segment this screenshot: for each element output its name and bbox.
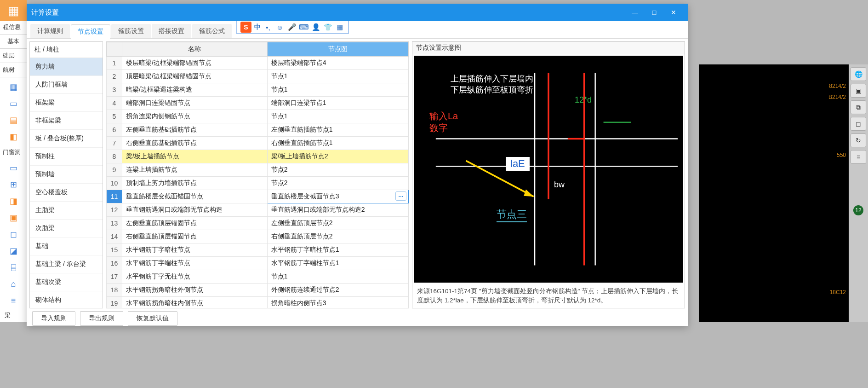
orange-icon[interactable]: ◧ — [8, 132, 18, 142]
row-node-value[interactable]: 垂直筋遇洞口或端部无节点构造2 — [267, 203, 408, 217]
row-node-value[interactable]: 节点1 — [267, 110, 408, 123]
col-name[interactable]: 名称 — [122, 42, 268, 57]
category-item[interactable]: 砌体结构 — [30, 291, 103, 308]
row-node-value[interactable]: 右侧垂直筋顶层节点2 — [267, 230, 408, 243]
row-node-value[interactable]: 拐角暗柱内侧节点3 — [267, 297, 408, 309]
row-node-value[interactable]: 垂直筋楼层变截面节点3··· — [267, 190, 408, 203]
table-row[interactable]: 12垂直钢筋遇洞口或端部无节点构造垂直筋遇洞口或端部无节点构造2 — [107, 203, 409, 217]
table-row[interactable]: 6左侧垂直筋基础插筋节点左侧垂直筋插筋节点1 — [107, 123, 409, 137]
category-item[interactable]: 非框架梁 — [30, 112, 103, 130]
grid-icon[interactable]: ▦ — [8, 82, 18, 92]
ime-lang[interactable]: 中 — [254, 23, 261, 31]
row-node-value[interactable]: 外侧钢筋连续通过节点2 — [267, 284, 408, 297]
refresh-tool-icon[interactable]: ↻ — [851, 133, 866, 147]
table-row[interactable]: 4端部洞口连梁锚固节点端部洞口连梁节点1 — [107, 97, 409, 110]
close-button[interactable]: ✕ — [664, 6, 683, 19]
dialog-titlebar[interactable]: 计算设置 — □ ✕ — [27, 4, 688, 21]
table-row[interactable]: 8梁/板上墙插筋节点梁/板上墙插筋节点2 — [107, 150, 409, 163]
cube-tool-icon[interactable]: ▣ — [851, 84, 866, 98]
skin-icon[interactable]: 👕 — [323, 23, 332, 32]
table-row[interactable]: 9连梁上墙插筋节点节点2 — [107, 163, 409, 177]
box-icon[interactable]: ▭ — [8, 98, 18, 109]
import-rules-button[interactable]: 导入规则 — [32, 311, 75, 326]
table-row[interactable]: 13左侧垂直筋顶层锚固节点左侧垂直筋顶层节点2 — [107, 217, 409, 230]
ime-toolbar[interactable]: S 中 •, ☺ 🎤 ⌨ 👤 👕 ▦ — [236, 21, 349, 34]
row-node-value[interactable]: 左侧垂直筋顶层节点2 — [267, 217, 408, 230]
row-node-value[interactable]: 右侧垂直筋插筋节点1 — [267, 137, 408, 150]
category-item[interactable]: 剪力墙 — [30, 58, 103, 76]
category-item[interactable]: 基础次梁 — [30, 273, 103, 291]
category-item[interactable]: 预制墙 — [30, 166, 103, 184]
col-node-diagram[interactable]: 节点图 — [267, 42, 408, 57]
tab-calc-rules[interactable]: 计算规则 — [30, 24, 70, 38]
category-item[interactable]: 预制柱 — [30, 148, 103, 166]
punct-icon[interactable]: •, — [263, 23, 273, 32]
node-table-wrap[interactable]: 名称 节点图 1楼层暗梁/边框梁端部锚固节点楼层暗梁端部节点42顶层暗梁/边框梁… — [106, 41, 409, 308]
reset-defaults-button[interactable]: 恢复默认值 — [128, 311, 177, 326]
table-row[interactable]: 2顶层暗梁/边框梁端部锚固节点节点1 — [107, 70, 409, 83]
home-icon[interactable]: ⌂ — [8, 279, 18, 289]
category-item[interactable]: 板 / 叠合板(整厚) — [30, 130, 103, 148]
table-row[interactable]: 16水平钢筋丁字端柱节点水平钢筋丁字端柱节点1 — [107, 257, 409, 270]
keyboard-icon[interactable]: ⌨ — [299, 23, 308, 32]
table-row[interactable]: 19水平钢筋拐角暗柱内侧节点拐角暗柱内侧节点3 — [107, 297, 409, 309]
globe-tool-icon[interactable]: 🌐 — [851, 67, 866, 81]
app-icon[interactable]: ▦ — [0, 0, 27, 21]
row-node-value[interactable]: 节点1 — [267, 70, 408, 83]
row-node-value[interactable]: 楼层暗梁端部节点4 — [267, 57, 408, 70]
panel-icon[interactable]: ▤ — [8, 115, 18, 125]
table-row[interactable]: 18水平钢筋拐角暗柱外侧节点外侧钢筋连续通过节点2 — [107, 284, 409, 297]
table-row[interactable]: 17水平钢筋丁字无柱节点节点1 — [107, 270, 409, 284]
table-row[interactable]: 10预制墙上剪力墙插筋节点节点2 — [107, 177, 409, 190]
tab-stirrup-formula[interactable]: 箍筋公式 — [192, 24, 232, 38]
row-node-value[interactable]: 节点1 — [267, 83, 408, 97]
rect-icon[interactable]: ▭ — [8, 163, 18, 173]
tab-node-settings[interactable]: 节点设置 — [71, 24, 110, 39]
lae-input-box[interactable]: laE — [506, 157, 530, 171]
table-row[interactable]: 5拐角连梁内侧钢筋节点节点1 — [107, 110, 409, 123]
category-item[interactable]: 基础 — [30, 237, 103, 255]
maximize-button[interactable]: □ — [645, 6, 664, 19]
category-item[interactable]: 人防门框墙 — [30, 76, 103, 94]
row-node-value[interactable]: 左侧垂直筋插筋节点1 — [267, 123, 408, 137]
user-icon[interactable]: 👤 — [311, 23, 320, 32]
tab-lap-settings[interactable]: 搭接设置 — [152, 24, 191, 38]
row-node-value[interactable]: 水平钢筋丁字暗柱节点1 — [267, 243, 408, 257]
row-node-value[interactable]: 节点2 — [267, 177, 408, 190]
apps-icon[interactable]: ▦ — [335, 23, 344, 32]
table-row[interactable]: 7右侧垂直筋基础插筋节点右侧垂直筋插筋节点1 — [107, 137, 409, 150]
category-item[interactable]: 基础主梁 / 承台梁 — [30, 255, 103, 273]
category-item[interactable]: 主肋梁 — [30, 202, 103, 220]
row-node-value[interactable]: 端部洞口连梁节点1 — [267, 97, 408, 110]
box2-icon[interactable]: ◻ — [8, 229, 18, 239]
ellipsis-button[interactable]: ··· — [395, 191, 406, 201]
stair-icon[interactable]: ⌸ — [8, 262, 18, 272]
mic-icon[interactable]: 🎤 — [287, 23, 297, 32]
category-list[interactable]: 柱 / 墙柱 剪力墙人防门框墙框架梁非框架梁板 / 叠合板(整厚)预制柱预制墙空… — [29, 41, 103, 308]
row-node-value[interactable]: 梁/板上墙插筋节点2 — [267, 150, 408, 163]
copy-tool-icon[interactable]: ⧉ — [851, 100, 866, 114]
row-node-value[interactable]: 节点2 — [267, 163, 408, 177]
sogou-icon[interactable]: S — [240, 22, 251, 33]
table-icon[interactable]: ⊞ — [8, 180, 18, 190]
category-item[interactable]: 次肋梁 — [30, 220, 103, 237]
slider-tool-icon[interactable]: ≡ — [851, 150, 866, 164]
table-row[interactable]: 3暗梁/边框梁遇连梁构造节点1 — [107, 83, 409, 97]
slash-icon[interactable]: ◪ — [8, 246, 18, 256]
category-item[interactable]: 框架梁 — [30, 94, 103, 112]
export-rules-button[interactable]: 导出规则 — [80, 311, 123, 326]
table-row[interactable]: 14右侧垂直筋顶层锚固节点右侧垂直筋顶层节点2 — [107, 230, 409, 243]
orange3-icon[interactable]: ▣ — [8, 213, 18, 223]
stack-icon[interactable]: ≡ — [8, 295, 18, 306]
table-row[interactable]: 1楼层暗梁/边框梁端部锚固节点楼层暗梁端部节点4 — [107, 57, 409, 70]
row-node-value[interactable]: 节点1 — [267, 270, 408, 284]
badge-12[interactable]: 12 — [853, 205, 863, 215]
orange2-icon[interactable]: ◨ — [8, 196, 18, 206]
tab-stirrup-settings[interactable]: 箍筋设置 — [111, 24, 151, 38]
category-item[interactable]: 空心楼盖板 — [30, 184, 103, 202]
row-node-value[interactable]: 水平钢筋丁字端柱节点1 — [267, 257, 408, 270]
box-tool-icon[interactable]: ◻ — [851, 117, 866, 131]
minimize-button[interactable]: — — [625, 6, 645, 19]
table-row[interactable]: 15水平钢筋丁字暗柱节点水平钢筋丁字暗柱节点1 — [107, 243, 409, 257]
emoji-icon[interactable]: ☺ — [275, 23, 285, 32]
